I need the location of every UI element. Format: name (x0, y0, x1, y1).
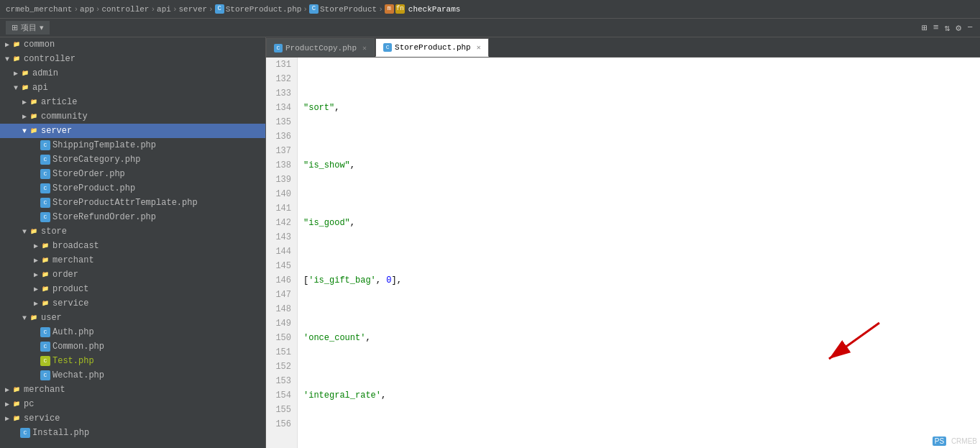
folder-icon: 📁 (29, 227, 39, 237)
tab-close[interactable]: ✕ (362, 44, 367, 52)
sidebar-item-service[interactable]: ▶ 📁 service (0, 296, 265, 311)
folder-icon: 📁 (40, 298, 50, 308)
sidebar-item-store[interactable]: ▼ 📁 store (0, 224, 265, 239)
sidebar-item-common[interactable]: C Common.php (0, 339, 265, 354)
editor-right: C ProductCopy.php ✕ C StoreProduct.php ✕… (266, 37, 980, 448)
sidebar-item-shippingtemplate[interactable]: C ShippingTemplate.php (0, 138, 265, 152)
tabs-bar: C ProductCopy.php ✕ C StoreProduct.php ✕ (266, 37, 980, 58)
sidebar-item-pc[interactable]: ▶ 📁 pc (0, 397, 265, 411)
sidebar-item-article[interactable]: ▶ 📁 article (0, 95, 265, 109)
sidebar-item-storeproduct[interactable]: C StoreProduct.php (0, 181, 265, 196)
sidebar-item-common[interactable]: ▶ 📁 common (0, 37, 265, 52)
sidebar-item-server[interactable]: ▼ 📁 server (0, 124, 265, 138)
project-label: 项目 (21, 22, 37, 33)
sidebar-item-merchant-root[interactable]: ▶ 📁 merchant (0, 383, 265, 397)
folder-icon: 📁 (20, 83, 30, 93)
folder-icon: 📁 (29, 111, 39, 122)
arrow-icon: ▶ (3, 40, 12, 49)
arrow-icon: ▼ (3, 55, 12, 63)
tab-icon: C (274, 44, 283, 52)
code-line: "sort", (303, 101, 974, 115)
sidebar-item-controller[interactable]: ▼ 📁 controller (0, 52, 265, 66)
editor-area: 131 132 133 134 135 136 137 138 139 140 … (266, 58, 980, 448)
sidebar-item-user[interactable]: ▼ 📁 user (0, 311, 265, 325)
php-icon: C (40, 370, 50, 380)
folder-icon: 📁 (12, 385, 22, 395)
sidebar-item-service-root[interactable]: ▶ 📁 service (0, 411, 265, 426)
sidebar-item-product[interactable]: ▶ 📁 product (0, 282, 265, 296)
code-line: "is_show", (303, 158, 974, 173)
arrow-icon: ▶ (12, 69, 20, 78)
arrow-icon: ▼ (12, 84, 20, 92)
tab-storeproduct[interactable]: C StoreProduct.php ✕ (375, 38, 489, 57)
arrow-icon: ▶ (32, 270, 40, 279)
sidebar-item-api[interactable]: ▼ 📁 api (0, 81, 265, 95)
php-icon: C (40, 342, 50, 352)
php-icon: C (40, 327, 50, 337)
folder-icon: 📁 (20, 68, 30, 78)
sidebar-item-admin[interactable]: ▶ 📁 admin (0, 66, 265, 81)
toolbar: ⊞ 项目 ▾ ⊞ ≡ ⇅ ⚙ − (0, 19, 980, 37)
folder-icon: 📁 (12, 40, 22, 50)
project-button[interactable]: ⊞ 项目 ▾ (6, 21, 50, 35)
tab-close[interactable]: ✕ (477, 43, 481, 52)
layout-icon[interactable]: ⊞ (920, 21, 929, 35)
php-icon: C (40, 140, 50, 150)
arrow-icon: ▶ (32, 299, 40, 308)
project-arrow: ▾ (40, 23, 44, 32)
code-container[interactable]: 131 132 133 134 135 136 137 138 139 140 … (266, 58, 980, 448)
sidebar-item-storeproductattrtemplate[interactable]: C StoreProductAttrTemplate.php (0, 196, 265, 210)
arrow-icon: ▶ (3, 414, 12, 423)
sidebar-item-broadcast[interactable]: ▶ 📁 broadcast (0, 239, 265, 253)
code-line: "is_good", (303, 216, 974, 230)
php-icon: C (40, 183, 50, 193)
sidebar-item-merchant[interactable]: ▶ 📁 merchant (0, 253, 265, 268)
folder-icon: 📁 (40, 284, 50, 294)
folder-icon: 📁 (29, 97, 39, 107)
tab-productcopy[interactable]: C ProductCopy.php ✕ (266, 38, 375, 57)
watermark: PS CRMEB (933, 437, 977, 445)
folder-icon: 📁 (12, 413, 22, 424)
arrow-icon: ▶ (32, 242, 40, 250)
main-layout: ▶ 📁 common ▼ 📁 controller ▶ 📁 admin ▼ 📁 … (0, 37, 980, 448)
code-line: 'once_count', (303, 331, 974, 345)
arrow-icon: ▶ (32, 285, 40, 293)
line-numbers: 131 132 133 134 135 136 137 138 139 140 … (266, 58, 298, 448)
sidebar-item-storerefundorder[interactable]: C StoreRefundOrder.php (0, 210, 265, 224)
php-icon: C (40, 169, 50, 179)
breadcrumb-root[interactable]: crmeb_merchant (6, 5, 72, 14)
code-content: "sort", "is_show", "is_good", ['is_gift_… (298, 58, 980, 448)
folder-icon: 📁 (29, 126, 39, 136)
settings-icon[interactable]: ⚙ (954, 21, 963, 35)
sidebar-item-order[interactable]: ▶ 📁 order (0, 268, 265, 282)
tab-label: ProductCopy.php (285, 44, 357, 52)
folder-icon: 📁 (40, 241, 50, 251)
folder-icon: 📁 (40, 255, 50, 265)
sidebar-item-storecategory[interactable]: C StoreCategory.php (0, 152, 265, 167)
arrow-icon: ▶ (32, 256, 40, 265)
minus-icon[interactable]: − (966, 21, 974, 35)
sidebar-item-auth[interactable]: C Auth.php (0, 325, 265, 339)
arrow-icon: ▼ (20, 314, 29, 322)
breadcrumb-fn-icon: fn (395, 4, 405, 14)
align-icon[interactable]: ≡ (932, 21, 940, 35)
sidebar: ▶ 📁 common ▼ 📁 controller ▶ 📁 admin ▼ 📁 … (0, 37, 266, 448)
arrow-icon: ▶ (20, 98, 29, 106)
folder-icon: 📁 (40, 270, 50, 280)
breadcrumb-file-icon: C (215, 4, 224, 14)
sidebar-item-community[interactable]: ▶ 📁 community (0, 109, 265, 124)
sort-icon[interactable]: ⇅ (943, 21, 952, 35)
folder-icon: 📁 (12, 54, 22, 64)
breadcrumb-method-icon: m (385, 4, 394, 14)
breadcrumb-class-icon: C (309, 4, 319, 14)
sidebar-item-test[interactable]: C Test.php (0, 354, 265, 368)
sidebar-item-install[interactable]: C Install.php (0, 426, 265, 440)
php-icon: C (20, 428, 30, 438)
tab-icon: C (383, 43, 392, 52)
php-icon: C (40, 212, 50, 222)
project-icon: ⊞ (12, 23, 18, 32)
sidebar-item-storeorder[interactable]: C StoreOrder.php (0, 167, 265, 181)
php-icon: C (40, 356, 50, 366)
folder-icon: 📁 (12, 399, 22, 409)
sidebar-item-wechat[interactable]: C Wechat.php (0, 368, 265, 383)
